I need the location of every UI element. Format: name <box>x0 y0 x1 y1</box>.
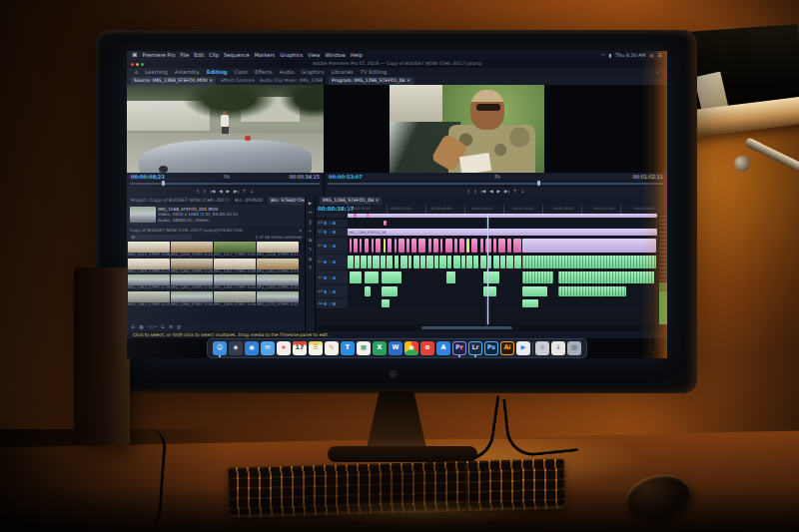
timeline-clip[interactable] <box>461 256 465 268</box>
panel-tab[interactable]: Bin: 092600 <box>235 198 263 204</box>
wifi-icon[interactable]: ◠ <box>600 53 604 59</box>
timeline-clip[interactable] <box>454 239 457 253</box>
timeline-clip[interactable] <box>483 286 495 296</box>
menu-item[interactable]: Clip <box>209 52 219 58</box>
panel-tab[interactable]: Source: IMG_1268_STEFO1.MOV × <box>131 77 216 85</box>
mail-icon[interactable]: ✉ <box>261 341 275 355</box>
timeline-clip[interactable] <box>513 239 521 253</box>
timeline-clip[interactable] <box>384 221 388 226</box>
track-toggle[interactable] <box>333 302 336 305</box>
transport-button[interactable]: ↓ <box>521 189 525 194</box>
timeline-clip[interactable] <box>365 239 369 253</box>
timeline-clip[interactable] <box>466 256 472 268</box>
timeline-clip[interactable] <box>406 239 409 253</box>
timeline-clip[interactable] <box>447 256 452 268</box>
track-toggle[interactable] <box>324 261 327 264</box>
numbers-icon[interactable]: ▦ <box>357 341 371 355</box>
project-clip[interactable]: IMG_1264_STEFO1.MOV 0:31 <box>171 274 213 290</box>
panel-tab[interactable]: Audio Clip Mixer: IMG_1268_STEFO1.MOV <box>260 78 324 84</box>
panel-tab[interactable]: Effect Controls <box>221 78 255 84</box>
transport-button[interactable]: ◀ <box>489 189 492 194</box>
track-header[interactable]: A3 <box>316 285 348 297</box>
project-clip[interactable]: IMG_1256_STEFO1.MOV 0:14 <box>171 242 213 258</box>
trash-icon[interactable]: ▥ <box>567 341 581 355</box>
timeline-clip[interactable] <box>408 256 412 268</box>
illustrator-icon[interactable]: Ai <box>500 341 514 355</box>
timeline-clip[interactable] <box>361 256 367 268</box>
track-toggle[interactable] <box>329 222 332 225</box>
notes-icon[interactable]: ☰ <box>309 341 323 355</box>
settings-icon[interactable]: ☼ <box>535 341 549 355</box>
safari-icon[interactable]: ◉ <box>245 341 259 355</box>
transport-button[interactable]: } <box>204 189 207 194</box>
search-input[interactable] <box>130 235 192 240</box>
transport-button[interactable]: ▶| <box>504 189 509 194</box>
timeline-horizontal-scrollbar[interactable] <box>316 324 667 331</box>
transport-button[interactable]: { <box>197 189 200 194</box>
appstore-icon[interactable]: A <box>436 341 450 355</box>
timeline-clip[interactable] <box>473 256 478 268</box>
transport-button[interactable]: ↑ <box>513 189 517 194</box>
timeline-clip[interactable] <box>434 256 438 268</box>
timeline-clip[interactable] <box>354 239 357 253</box>
track-toggle[interactable] <box>329 245 332 248</box>
timeline-timecode[interactable]: 00:00:38:17 <box>316 205 348 214</box>
timeline-clip[interactable] <box>360 239 362 253</box>
timeline-clip[interactable] <box>500 256 505 268</box>
timeline-clip[interactable] <box>522 256 655 268</box>
timeline-clip[interactable] <box>381 256 385 268</box>
workspace-tab[interactable]: Effects <box>255 69 273 75</box>
menu-item[interactable]: Premiere Pro <box>143 52 176 58</box>
new-bin-icon[interactable]: ⊞ <box>169 324 173 330</box>
home-icon[interactable]: ⌂ <box>135 69 138 75</box>
hand-tool[interactable]: ⊕ <box>309 257 313 262</box>
transport-button[interactable]: |◀ <box>480 189 485 194</box>
track-toggle[interactable] <box>324 276 327 279</box>
timeline-clip[interactable] <box>480 239 484 253</box>
quicktime-icon[interactable]: ▶ <box>516 341 530 355</box>
track-toggle[interactable] <box>329 231 332 234</box>
track-toggle[interactable] <box>329 302 332 305</box>
launchpad-icon[interactable]: ◆ <box>229 341 243 355</box>
timeline-clip[interactable] <box>395 256 400 268</box>
track-lane[interactable] <box>348 270 657 284</box>
timeline-clip[interactable] <box>506 256 513 268</box>
project-clip[interactable]: IMG_1262_STEFO1.MOV 0:13 <box>257 259 299 274</box>
timeline-clip[interactable] <box>522 239 655 253</box>
photos-icon[interactable]: ∗ <box>277 341 291 355</box>
track-toggle[interactable] <box>324 231 327 234</box>
source-scrubber[interactable] <box>127 181 324 187</box>
workspace-overflow-icon[interactable]: » <box>656 69 659 75</box>
workspace-tab[interactable]: Graphics <box>301 69 324 75</box>
project-clip[interactable]: IMG_1255_STEFO1.MOV 0:08 <box>128 242 170 258</box>
menu-item[interactable]: Edit <box>194 52 204 58</box>
track-lane[interactable] <box>348 255 657 269</box>
traffic-light[interactable] <box>136 63 139 66</box>
timeline-clip[interactable] <box>350 239 352 253</box>
program-scrubber[interactable] <box>325 181 667 187</box>
time-ruler[interactable]: 00:00:16:0000:00:32:0000:00:48:0000:01:0… <box>348 205 657 214</box>
timeline-clip[interactable] <box>411 239 415 253</box>
timeline-clip[interactable] <box>365 286 371 296</box>
track-toggle[interactable] <box>324 302 327 305</box>
timeline-clip[interactable] <box>459 239 464 253</box>
project-clip[interactable]: IMG_1268_STEFO1.MOV 0:34 <box>171 291 213 307</box>
source-fit-dropdown[interactable]: Fit <box>224 174 230 180</box>
timeline-clip[interactable] <box>483 271 499 283</box>
track-lane[interactable] <box>348 238 657 254</box>
pen-tool[interactable]: ✎ <box>309 247 313 252</box>
keynote-icon[interactable]: T <box>341 341 355 355</box>
source-video-preview[interactable] <box>127 85 324 173</box>
timeline-clip[interactable] <box>382 271 401 283</box>
timeline-clip[interactable] <box>507 239 511 253</box>
project-clip[interactable]: IMG_1269_STEFO1.MOV 0:28 <box>214 291 256 307</box>
panel-tab[interactable]: Program: IMG_1266_STEFO1_04 × <box>329 77 413 85</box>
transport-button[interactable]: ◀ <box>219 189 222 194</box>
transport-button[interactable]: ▶ <box>497 189 500 194</box>
menu-item[interactable]: File <box>181 52 190 58</box>
menu-item[interactable]: Help <box>351 52 363 58</box>
lightroom-icon[interactable]: Lr <box>468 341 482 355</box>
spotlight-icon[interactable]: ◎ <box>650 53 654 59</box>
track-lane[interactable] <box>348 298 657 308</box>
track-toggle[interactable] <box>324 245 327 248</box>
